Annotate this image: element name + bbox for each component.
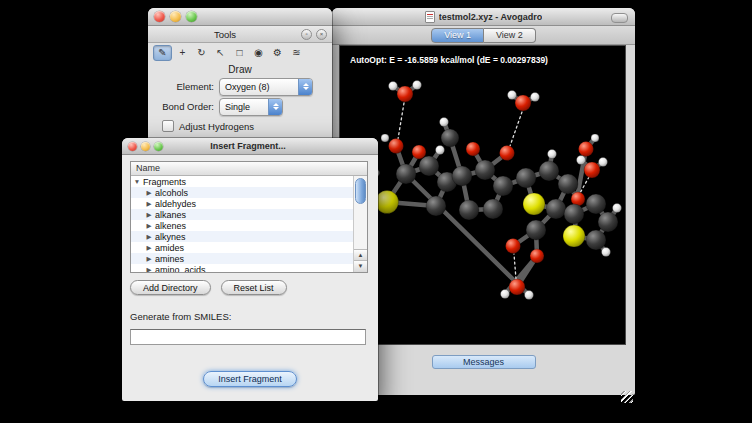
close-light-button[interactable] bbox=[128, 142, 137, 151]
list-item[interactable]: ▶alkanes bbox=[131, 209, 354, 220]
list-item[interactable]: ▼Fragments bbox=[131, 176, 354, 187]
list-item[interactable]: ▶amides bbox=[131, 242, 354, 253]
list-item-label: alkynes bbox=[155, 232, 186, 242]
auto-rotate-tool-icon[interactable]: ◉ bbox=[250, 46, 267, 60]
fragment-list: Name ▼Fragments▶alcohols▶aldehydes▶alkan… bbox=[130, 161, 368, 273]
fragment-window-titlebar[interactable]: Insert Fragment... bbox=[122, 138, 378, 155]
dropdown-arrows-icon bbox=[268, 99, 282, 115]
scroll-down-icon[interactable]: ▼ bbox=[354, 260, 367, 272]
close-light-button[interactable] bbox=[154, 11, 165, 22]
scrollbar-thumb[interactable] bbox=[355, 178, 366, 204]
vertical-scrollbar[interactable]: ▲ ▼ bbox=[353, 176, 367, 272]
tools-toolbar: ✎ + ↻ ↖ □ ◉ ⚙ ≋ bbox=[148, 43, 332, 62]
disclosure-triangle-icon[interactable]: ▶ bbox=[143, 233, 155, 241]
autoopt-status-text: AutoOpt: E = -16.5859 kcal/mol (dE = 0.0… bbox=[350, 55, 548, 65]
list-item-label: Fragments bbox=[143, 177, 186, 187]
smiles-label: Generate from SMILES: bbox=[130, 311, 370, 322]
close-panel-icon[interactable]: × bbox=[316, 29, 327, 40]
document-icon bbox=[425, 11, 435, 23]
list-item[interactable]: ▶amino_acids bbox=[131, 264, 354, 272]
list-item[interactable]: ▶alkynes bbox=[131, 231, 354, 242]
view-tabstrip: View 1 View 2 bbox=[332, 26, 635, 45]
element-row: Element: Oxygen (8) bbox=[156, 78, 324, 95]
add-directory-button[interactable]: Add Directory bbox=[130, 280, 211, 295]
list-item[interactable]: ▶alkenes bbox=[131, 220, 354, 231]
adjust-hydrogens-label: Adjust Hydrogens bbox=[179, 121, 254, 132]
tools-dock-title: Tools bbox=[153, 29, 297, 40]
tools-window: Tools ▫ × ✎ + ↻ ↖ □ ◉ ⚙ ≋ Draw Element: … bbox=[148, 8, 332, 140]
list-item-label: amides bbox=[155, 243, 184, 253]
resize-grip[interactable] bbox=[621, 391, 633, 403]
tab-view-1[interactable]: View 1 bbox=[431, 28, 484, 43]
insert-fragment-button[interactable]: Insert Fragment bbox=[203, 371, 297, 387]
bond-order-label: Bond Order: bbox=[156, 101, 219, 112]
list-item[interactable]: ▶aldehydes bbox=[131, 198, 354, 209]
disclosure-triangle-icon[interactable]: ▶ bbox=[143, 189, 155, 197]
fragment-window-body: Name ▼Fragments▶alcohols▶aldehydes▶alkan… bbox=[122, 155, 378, 387]
insert-button-row: Insert Fragment bbox=[130, 371, 370, 387]
molecule-3d-render bbox=[340, 46, 626, 345]
manipulate-tool-icon[interactable]: ↖ bbox=[212, 46, 229, 60]
list-item-label: amines bbox=[155, 254, 184, 264]
bond-centric-tool-icon[interactable]: ↻ bbox=[193, 46, 210, 60]
list-item-label: alcohols bbox=[155, 188, 188, 198]
bond-order-dropdown-value: Single bbox=[220, 102, 268, 112]
disclosure-triangle-icon[interactable]: ▶ bbox=[143, 266, 155, 273]
tools-dock-header[interactable]: Tools ▫ × bbox=[148, 26, 332, 43]
measure-tool-icon[interactable]: ≋ bbox=[288, 46, 305, 60]
list-column-header-name[interactable]: Name bbox=[131, 162, 367, 176]
disclosure-triangle-icon[interactable]: ▶ bbox=[143, 255, 155, 263]
disclosure-triangle-icon[interactable]: ▶ bbox=[143, 211, 155, 219]
disclosure-triangle-icon[interactable]: ▶ bbox=[143, 200, 155, 208]
disclosure-triangle-icon[interactable]: ▶ bbox=[143, 222, 155, 230]
list-item[interactable]: ▶alcohols bbox=[131, 187, 354, 198]
smiles-input[interactable] bbox=[130, 329, 366, 345]
list-item-label: aldehydes bbox=[155, 199, 196, 209]
float-panel-icon[interactable]: ▫ bbox=[301, 29, 312, 40]
tab-view-2[interactable]: View 2 bbox=[484, 28, 536, 43]
fragment-list-body: ▼Fragments▶alcohols▶aldehydes▶alkanes▶al… bbox=[131, 176, 354, 272]
disclosure-triangle-icon[interactable]: ▶ bbox=[143, 244, 155, 252]
desktop: testmol2.xyz - Avogadro View 1 View 2 Au… bbox=[0, 0, 752, 423]
tool-section-title: Draw bbox=[148, 64, 332, 75]
navigate-tool-icon[interactable]: + bbox=[174, 46, 191, 60]
fragment-buttons-row: Add Directory Reset List bbox=[130, 280, 370, 295]
minimize-light-button[interactable] bbox=[141, 142, 150, 151]
draw-tool-icon[interactable]: ✎ bbox=[153, 45, 172, 61]
insert-fragment-window: Insert Fragment... Name ▼Fragments▶alcoh… bbox=[122, 138, 378, 401]
main-window-titlebar[interactable]: testmol2.xyz - Avogadro bbox=[332, 8, 635, 26]
element-label: Element: bbox=[156, 81, 219, 92]
list-item[interactable]: ▶amines bbox=[131, 253, 354, 264]
element-dropdown-value: Oxygen (8) bbox=[220, 82, 298, 92]
bond-order-dropdown[interactable]: Single bbox=[219, 98, 283, 116]
list-item-label: alkenes bbox=[155, 221, 186, 231]
dropdown-arrows-icon bbox=[298, 79, 312, 95]
disclosure-triangle-icon[interactable]: ▼ bbox=[131, 178, 143, 185]
list-item-label: alkanes bbox=[155, 210, 186, 220]
tools-window-titlebar[interactable] bbox=[148, 8, 332, 26]
main-window-title: testmol2.xyz - Avogadro bbox=[439, 12, 542, 22]
zoom-light-button[interactable] bbox=[154, 142, 163, 151]
adjust-hydrogens-row: Adjust Hydrogens bbox=[162, 120, 332, 132]
auto-optimize-tool-icon[interactable]: ⚙ bbox=[269, 46, 286, 60]
adjust-hydrogens-checkbox[interactable] bbox=[162, 120, 174, 132]
minimize-light-button[interactable] bbox=[170, 11, 181, 22]
zoom-light-button[interactable] bbox=[186, 11, 197, 22]
fragment-window-title: Insert Fragment... bbox=[167, 141, 329, 151]
bond-order-row: Bond Order: Single bbox=[156, 98, 324, 115]
reset-list-button[interactable]: Reset List bbox=[221, 280, 287, 295]
list-item-label: amino_acids bbox=[155, 265, 206, 273]
molecule-viewport[interactable]: AutoOpt: E = -16.5859 kcal/mol (dE = 0.0… bbox=[339, 45, 626, 345]
messages-button[interactable]: Messages bbox=[432, 355, 536, 369]
selection-tool-icon[interactable]: □ bbox=[231, 46, 248, 60]
toolbar-toggle-button[interactable] bbox=[611, 13, 628, 23]
element-dropdown[interactable]: Oxygen (8) bbox=[219, 78, 313, 96]
